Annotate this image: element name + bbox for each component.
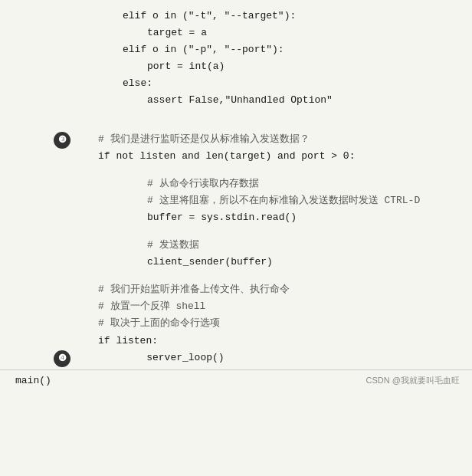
marker-3: ❸ (54, 132, 70, 149)
code-line: else: (46, 75, 457, 92)
empty-line (46, 165, 457, 176)
code-line: # 发送数据 (46, 237, 457, 254)
empty-line (46, 226, 457, 237)
empty-line (46, 110, 457, 120)
code-line: if not listen and len(target) and port >… (46, 148, 457, 165)
code-line: assert False,"Unhandled Option" (46, 92, 457, 109)
code-line: port = int(a) (46, 58, 457, 75)
code-line: client_sender(buffer) (46, 254, 457, 271)
code-line: # 放置一个反弹 shell (46, 298, 457, 315)
code-line: elif o in ("-p", "--port"): (46, 41, 457, 58)
code-container: elif o in ("-t", "--target"): target = a… (0, 0, 472, 476)
code-block: elif o in ("-t", "--target"): target = a… (0, 8, 472, 366)
code-line: target = a (46, 25, 457, 41)
empty-line (46, 271, 457, 281)
footer: main() CSDN @我就要叫毛血旺 (0, 369, 472, 391)
code-line: buffer = sys.stdin.read() (46, 209, 457, 226)
code-line: if listen: (46, 333, 457, 350)
code-line: # 这里将阻塞，所以不在向标准输入发送数据时发送 CTRL-D (46, 192, 457, 209)
code-line-marker-3: ❸ # 我们是进行监听还是仅从标准输入发送数据？ (46, 131, 457, 148)
footer-main-call: main() (15, 375, 51, 386)
code-line: # 我们开始监听并准备上传文件、执行命令 (46, 281, 457, 298)
footer-watermark: CSDN @我就要叫毛血旺 (366, 375, 460, 386)
code-line: # 从命令行读取内存数据 (46, 176, 457, 192)
code-line: # 取决于上面的命令行选项 (46, 315, 457, 332)
code-line-marker-4: ❹ server_loop() (46, 350, 457, 366)
empty-line (46, 120, 457, 131)
code-line: elif o in ("-t", "--target"): (46, 8, 457, 25)
marker-4: ❹ (54, 350, 70, 367)
